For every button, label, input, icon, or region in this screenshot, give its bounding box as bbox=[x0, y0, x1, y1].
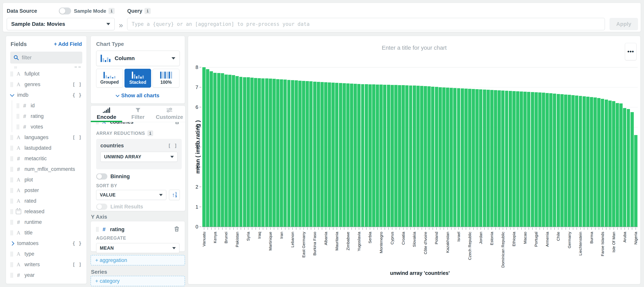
field-row-metacritic[interactable]: #metacritic bbox=[6, 153, 86, 164]
field-row-plot[interactable]: Aplot bbox=[6, 174, 86, 185]
variant-button-stacked[interactable]: Stacked bbox=[124, 69, 151, 88]
sort-order-button[interactable]: ↑ 19 bbox=[169, 190, 180, 200]
bar-112[interactable] bbox=[616, 103, 619, 227]
bar-93[interactable] bbox=[546, 93, 549, 227]
bar-29[interactable] bbox=[309, 81, 312, 227]
bar-83[interactable] bbox=[509, 91, 512, 227]
field-row-num_mflix_comments[interactable]: #num_mflix_comments bbox=[6, 164, 86, 174]
bar-9[interactable] bbox=[236, 76, 239, 227]
variant-button-grouped[interactable]: Grouped bbox=[96, 69, 123, 88]
bar-82[interactable] bbox=[505, 91, 508, 227]
field-row-tomatoes[interactable]: tomatoes{ } bbox=[6, 238, 86, 249]
field-filter-input[interactable] bbox=[22, 54, 79, 61]
bar-102[interactable] bbox=[579, 96, 582, 227]
bar-86[interactable] bbox=[520, 92, 523, 227]
bar-97[interactable] bbox=[560, 94, 564, 227]
bar-99[interactable] bbox=[568, 95, 571, 227]
bar-94[interactable] bbox=[549, 93, 552, 227]
bar-106[interactable] bbox=[594, 98, 597, 227]
chevron-right-icon[interactable] bbox=[10, 241, 14, 246]
bar-37[interactable] bbox=[339, 83, 342, 227]
field-filter-box[interactable] bbox=[10, 52, 82, 64]
bar-0[interactable] bbox=[202, 67, 206, 227]
bar-34[interactable] bbox=[328, 82, 331, 227]
bar-101[interactable] bbox=[575, 96, 578, 227]
bar-65[interactable] bbox=[442, 88, 446, 227]
trash-icon[interactable] bbox=[174, 226, 180, 233]
tab-encode[interactable]: Encode bbox=[91, 106, 122, 122]
bar-4[interactable] bbox=[217, 73, 220, 227]
bar-108[interactable] bbox=[601, 99, 604, 227]
bar-116[interactable] bbox=[630, 112, 634, 227]
field-row-rating[interactable]: #rating bbox=[6, 111, 86, 122]
field-row-fullplot[interactable]: Afullplot bbox=[6, 68, 86, 79]
apply-button[interactable]: Apply bbox=[610, 18, 638, 30]
bar-105[interactable] bbox=[590, 97, 593, 227]
limit-results-toggle[interactable] bbox=[96, 204, 107, 210]
bar-31[interactable] bbox=[317, 82, 320, 227]
query-info-icon[interactable]: i bbox=[144, 8, 151, 14]
bar-1[interactable] bbox=[206, 69, 209, 227]
bar-58[interactable] bbox=[416, 86, 420, 227]
bar-73[interactable] bbox=[472, 89, 475, 227]
bar-3[interactable] bbox=[213, 73, 216, 227]
bar-92[interactable] bbox=[542, 93, 545, 227]
field-row-imdb[interactable]: imdb{ } bbox=[6, 90, 86, 100]
bar-77[interactable] bbox=[486, 90, 490, 227]
bar-103[interactable] bbox=[582, 96, 586, 227]
bar-11[interactable] bbox=[243, 77, 246, 227]
field-row-year[interactable]: #year bbox=[6, 270, 86, 280]
bar-104[interactable] bbox=[586, 97, 590, 227]
bar-7[interactable] bbox=[228, 75, 232, 227]
chart-type-select[interactable]: Column bbox=[96, 51, 180, 66]
bar-74[interactable] bbox=[476, 89, 479, 227]
chevron-down-icon[interactable] bbox=[10, 92, 14, 97]
bar-42[interactable] bbox=[357, 84, 360, 227]
show-all-charts-link[interactable]: Show all charts bbox=[96, 93, 180, 98]
bar-88[interactable] bbox=[527, 92, 530, 227]
bar-67[interactable] bbox=[450, 88, 453, 227]
bar-75[interactable] bbox=[479, 89, 482, 227]
bar-32[interactable] bbox=[320, 82, 324, 227]
bar-113[interactable] bbox=[619, 104, 622, 227]
bar-19[interactable] bbox=[272, 79, 276, 227]
unwind-array-select[interactable]: UNWIND ARRAY bbox=[100, 152, 178, 162]
bar-13[interactable] bbox=[250, 78, 254, 227]
bar-25[interactable] bbox=[295, 80, 298, 227]
bar-35[interactable] bbox=[332, 83, 335, 227]
bar-43[interactable] bbox=[361, 84, 364, 227]
bar-17[interactable] bbox=[265, 78, 268, 227]
bar-38[interactable] bbox=[342, 83, 346, 227]
bar-71[interactable] bbox=[464, 88, 468, 227]
binning-toggle[interactable] bbox=[96, 173, 107, 180]
bar-49[interactable] bbox=[383, 85, 386, 227]
field-row-writers[interactable]: Awriters[ ] bbox=[6, 259, 86, 270]
field-row-languages[interactable]: Alanguages[ ] bbox=[6, 132, 86, 143]
bar-27[interactable] bbox=[302, 81, 305, 227]
bar-59[interactable] bbox=[420, 86, 423, 227]
bar-30[interactable] bbox=[313, 82, 316, 227]
field-row-votes[interactable]: #votes bbox=[6, 122, 86, 132]
bar-79[interactable] bbox=[494, 90, 497, 227]
bar-95[interactable] bbox=[553, 94, 556, 227]
bar-28[interactable] bbox=[306, 81, 309, 227]
sample-mode-toggle[interactable] bbox=[59, 8, 71, 14]
bar-91[interactable] bbox=[538, 92, 542, 227]
bar-62[interactable] bbox=[431, 87, 434, 227]
bar-20[interactable] bbox=[276, 79, 280, 227]
bar-14[interactable] bbox=[254, 78, 257, 227]
bar-100[interactable] bbox=[571, 95, 575, 227]
bar-21[interactable] bbox=[280, 79, 283, 227]
bar-2[interactable] bbox=[210, 71, 213, 227]
bar-48[interactable] bbox=[380, 84, 383, 227]
bar-18[interactable] bbox=[269, 78, 272, 227]
bar-80[interactable] bbox=[498, 90, 501, 227]
bar-72[interactable] bbox=[468, 89, 471, 227]
field-row-rated[interactable]: Arated bbox=[6, 196, 86, 206]
bar-56[interactable] bbox=[409, 86, 412, 227]
field-row-runtime[interactable]: #runtime bbox=[6, 217, 86, 228]
bar-84[interactable] bbox=[512, 91, 516, 227]
bar-98[interactable] bbox=[564, 94, 567, 227]
bar-41[interactable] bbox=[354, 84, 357, 227]
bar-23[interactable] bbox=[287, 80, 290, 227]
